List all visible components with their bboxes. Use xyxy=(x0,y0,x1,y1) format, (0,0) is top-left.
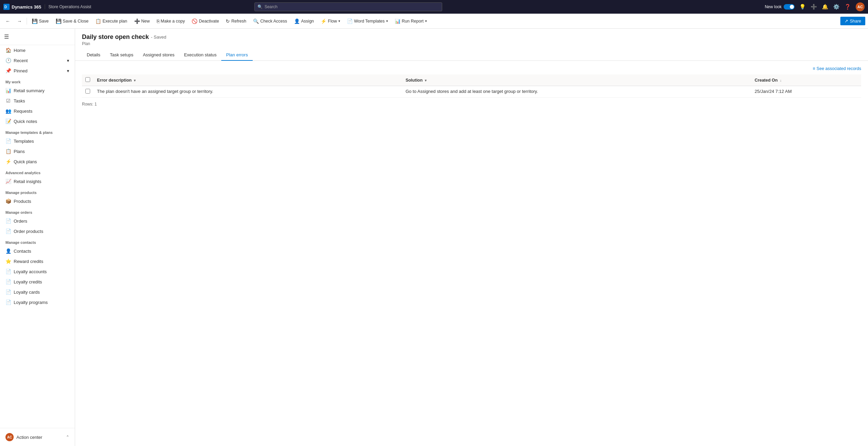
add-icon[interactable]: ➕ xyxy=(811,4,817,10)
action-center-expand: ⌃ xyxy=(66,435,69,440)
sidebar-item-plans[interactable]: 📋 Plans xyxy=(0,146,75,156)
refresh-button[interactable]: ↻ Refresh xyxy=(223,17,249,25)
sidebar-item-pinned[interactable]: 📌 Pinned ▾ xyxy=(0,66,75,76)
quick-plans-icon: ⚡ xyxy=(5,159,11,164)
sidebar-item-quick-plans[interactable]: ⚡ Quick plans xyxy=(0,156,75,167)
sidebar-item-retail-summary[interactable]: 📊 Retail summary xyxy=(0,85,75,96)
pinned-icon: 📌 xyxy=(5,68,11,73)
created-on-sort-icon: ↓ xyxy=(780,79,782,82)
nav-back-button[interactable]: ← xyxy=(3,17,13,25)
sidebar-item-loyalty-credits[interactable]: 📄 Loyalty credits xyxy=(0,277,75,287)
word-templates-button[interactable]: 📄 Word Templates ▾ xyxy=(344,17,391,25)
check-access-button[interactable]: 🔍 Check Access xyxy=(250,17,290,25)
sidebar-item-tasks[interactable]: ☑ Tasks xyxy=(0,96,75,106)
execute-icon: 📋 xyxy=(95,18,101,24)
order-products-icon: 📄 xyxy=(5,228,11,234)
tabs: DetailsTask setupsAssigned storesExecuti… xyxy=(75,50,868,61)
sidebar-item-loyalty-accounts[interactable]: 📄 Loyalty accounts xyxy=(0,266,75,277)
sidebar-item-recent[interactable]: 🕐 Recent ▾ xyxy=(0,55,75,66)
sidebar-item-products[interactable]: 📦 Products xyxy=(0,196,75,206)
nav-forward-button[interactable]: → xyxy=(14,17,25,25)
notification-icon[interactable]: 🔔 xyxy=(822,4,828,10)
sidebar-item-order-products[interactable]: 📄 Order products xyxy=(0,226,75,236)
col-solution-label: Solution xyxy=(406,78,423,83)
see-associated-records[interactable]: ≡ See associated records xyxy=(813,66,861,71)
home-icon: 🏠 xyxy=(5,47,11,53)
search-box[interactable]: 🔍 Search xyxy=(254,2,442,11)
see-associated-label: See associated records xyxy=(816,66,861,71)
assign-label: Assign xyxy=(301,19,314,24)
new-button[interactable]: ➕ New xyxy=(131,17,153,25)
settings-icon[interactable]: ⚙️ xyxy=(833,4,840,10)
back-icon: ← xyxy=(5,18,10,24)
sidebar-item-orders[interactable]: 📄 Orders xyxy=(0,216,75,226)
plan-errors-content: ≡ See associated records Error descripti… xyxy=(75,61,868,112)
flow-button[interactable]: ⚡ Flow ▾ xyxy=(318,17,342,25)
action-center[interactable]: AC Action center ⌃ xyxy=(0,430,75,444)
hamburger-icon[interactable]: ☰ xyxy=(0,31,75,43)
new-look-toggle[interactable]: New look xyxy=(765,4,795,10)
run-report-icon: 📊 xyxy=(395,18,401,24)
make-copy-button[interactable]: ⎘ Make a copy xyxy=(154,17,188,25)
copy-icon: ⎘ xyxy=(157,18,159,24)
new-look-toggle-switch[interactable] xyxy=(784,4,795,10)
tab-plan-errors[interactable]: Plan errors xyxy=(221,50,253,61)
section-manage-templates: Manage templates & plans xyxy=(0,126,75,136)
topbar-right: New look 💡 ➕ 🔔 ⚙️ ❓ AC xyxy=(765,2,865,11)
word-templates-chevron: ▾ xyxy=(386,19,388,23)
refresh-label: Refresh xyxy=(231,19,246,24)
sidebar-item-loyalty-cards[interactable]: 📄 Loyalty cards xyxy=(0,287,75,297)
retail-summary-icon: 📊 xyxy=(5,88,11,93)
sidebar-item-contacts[interactable]: 👤 Contacts xyxy=(0,246,75,256)
deactivate-button[interactable]: 🚫 Deactivate xyxy=(189,17,222,25)
assign-icon: 👤 xyxy=(294,18,300,24)
sidebar-retail-insights-label: Retail insights xyxy=(14,179,41,184)
dynamics-logo[interactable]: D Dynamics 365 xyxy=(3,4,41,10)
sidebar-item-reward-credits[interactable]: ⭐ Reward credits xyxy=(0,256,75,266)
save-close-button[interactable]: 💾 Save & Close xyxy=(53,17,92,25)
col-created-on[interactable]: Created On ↓ xyxy=(751,74,861,86)
dynamics-icon: D xyxy=(3,4,10,10)
record-saved-status: - Saved xyxy=(151,34,166,40)
sidebar: ☰ 🏠 Home 🕐 Recent ▾ 📌 Pinned ▾ My work 📊… xyxy=(0,29,75,446)
table-toolbar: ≡ See associated records xyxy=(82,66,861,71)
sidebar-quick-plans-label: Quick plans xyxy=(14,159,37,164)
save-button[interactable]: 💾 Save xyxy=(29,17,52,25)
row-checkbox[interactable] xyxy=(85,89,90,94)
tab-task-setups[interactable]: Task setups xyxy=(105,50,138,61)
col-error-description[interactable]: Error description ▾ xyxy=(94,74,402,86)
select-all-checkbox[interactable] xyxy=(85,77,90,82)
sidebar-item-loyalty-programs[interactable]: 📄 Loyalty programs xyxy=(0,297,75,307)
col-solution[interactable]: Solution ▾ xyxy=(402,74,751,86)
tab-details[interactable]: Details xyxy=(82,50,105,61)
row-checkbox-cell xyxy=(82,86,94,98)
search-icon: 🔍 xyxy=(257,4,263,9)
deactivate-icon: 🚫 xyxy=(192,18,197,24)
sidebar-item-requests[interactable]: 👥 Requests xyxy=(0,106,75,116)
word-templates-label: Word Templates xyxy=(354,19,385,24)
row-error-description: The plan doesn't have an assigned target… xyxy=(94,86,402,98)
sidebar-item-quick-notes[interactable]: 📝 Quick notes xyxy=(0,116,75,126)
row-solution: Go to Assigned stores and add at least o… xyxy=(402,86,751,98)
forward-icon: → xyxy=(17,18,22,24)
table-row: The plan doesn't have an assigned target… xyxy=(82,86,861,98)
rows-count: Rows: 1 xyxy=(82,102,861,107)
recent-icon: 🕐 xyxy=(5,58,11,63)
assign-button[interactable]: 👤 Assign xyxy=(291,17,317,25)
tab-assigned-stores[interactable]: Assigned stores xyxy=(138,50,179,61)
execute-plan-button[interactable]: 📋 Execute plan xyxy=(93,17,130,25)
sidebar-item-retail-insights[interactable]: 📈 Retail insights xyxy=(0,176,75,186)
share-button[interactable]: ↗ Share xyxy=(840,17,865,25)
record-header: Daily store open check - Saved Plan xyxy=(75,29,868,46)
help-icon[interactable]: 💡 xyxy=(799,4,806,10)
new-icon: ➕ xyxy=(134,18,140,24)
tab-execution-status[interactable]: Execution status xyxy=(179,50,221,61)
user-avatar[interactable]: AC xyxy=(856,2,865,11)
question-icon[interactable]: ❓ xyxy=(844,4,851,10)
section-manage-orders: Manage orders xyxy=(0,206,75,216)
sidebar-item-templates[interactable]: 📄 Templates xyxy=(0,136,75,146)
sidebar-item-home[interactable]: 🏠 Home xyxy=(0,45,75,55)
run-report-button[interactable]: 📊 Run Report ▾ xyxy=(392,17,430,25)
divider-1 xyxy=(27,18,27,25)
main-layout: ☰ 🏠 Home 🕐 Recent ▾ 📌 Pinned ▾ My work 📊… xyxy=(0,29,868,446)
